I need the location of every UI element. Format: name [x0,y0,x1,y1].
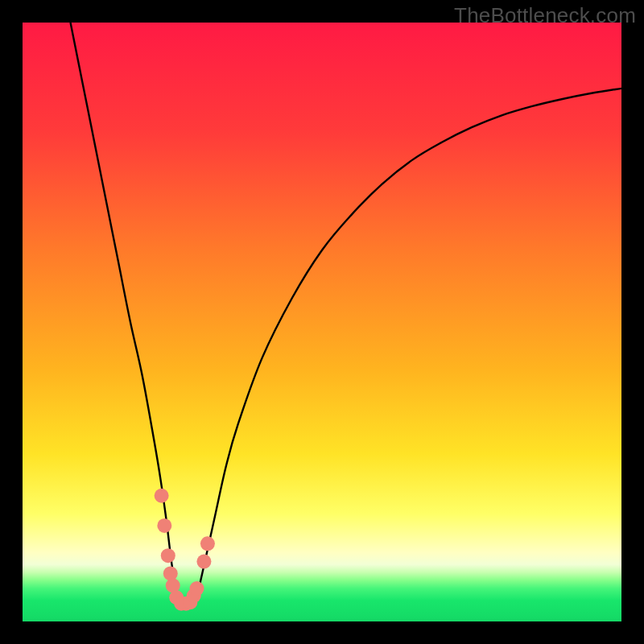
marker-dot [161,548,175,563]
gradient-background [23,23,621,621]
watermark-text: TheBottleneck.com [454,3,636,28]
plot-area [23,23,621,621]
marker-dot [190,581,204,596]
marker-dot [155,489,169,503]
bottleneck-chart [23,23,621,621]
chart-frame: TheBottleneck.com [0,0,644,644]
marker-dot [200,536,215,551]
marker-dot [157,518,171,533]
marker-dot [163,566,178,580]
marker-dot [196,555,211,569]
